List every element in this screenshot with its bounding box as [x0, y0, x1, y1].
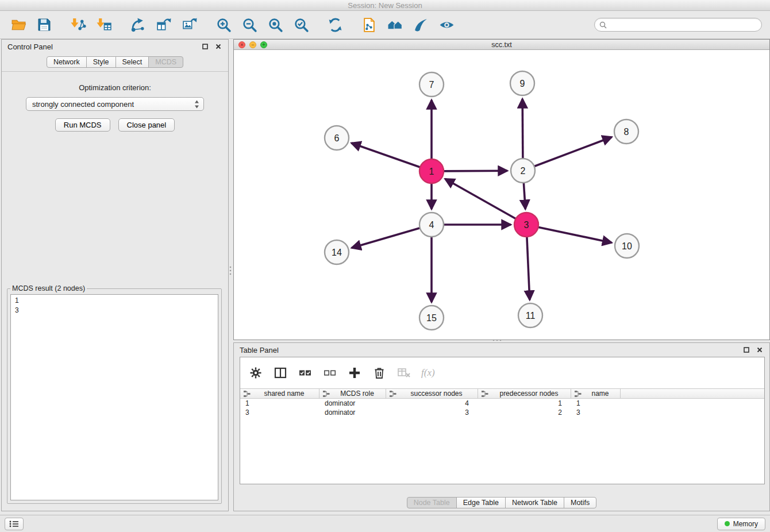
refresh-view-button[interactable]: [325, 14, 345, 35]
memory-label: Memory: [733, 520, 758, 528]
zoom-out-button[interactable]: [239, 14, 260, 35]
export-image-button[interactable]: [179, 14, 200, 35]
toolbar-group-view: [359, 14, 457, 35]
save-session-button[interactable]: [34, 14, 55, 35]
table-settings-button[interactable]: [248, 365, 263, 380]
edge-3-10[interactable]: [537, 227, 612, 243]
graph-node-4[interactable]: 4: [419, 213, 444, 237]
overview-home-button[interactable]: [384, 14, 405, 35]
tab-motifs[interactable]: Motifs: [564, 497, 596, 508]
tab-node-table[interactable]: Node Table: [407, 497, 457, 508]
optimization-criterion-select[interactable]: strongly connected component: [26, 97, 204, 111]
table-row[interactable]: 3dominator323: [240, 408, 764, 417]
graph-node-6[interactable]: 6: [325, 126, 349, 150]
panel-selector-button[interactable]: [5, 518, 24, 530]
delete-table-icon: [397, 367, 411, 379]
deselect-all-button[interactable]: [322, 365, 337, 380]
graph-node-7[interactable]: 7: [419, 72, 444, 97]
graph-node-9[interactable]: 9: [510, 71, 534, 95]
mcds-result-list[interactable]: 13: [10, 294, 218, 500]
graph-node-3[interactable]: 3: [514, 213, 538, 237]
selected-criterion-value: strongly connected component: [32, 100, 194, 109]
edge-1-6[interactable]: [352, 143, 422, 168]
delete-table-button[interactable]: [396, 365, 411, 380]
show-columns-button[interactable]: [273, 365, 288, 380]
import-network-from-file-button[interactable]: [68, 14, 88, 35]
edge-4-14[interactable]: [352, 228, 421, 248]
column-header-shared-name[interactable]: shared name: [240, 389, 319, 398]
show-hide-details-button[interactable]: [436, 14, 457, 35]
edge-2-3[interactable]: [523, 182, 525, 209]
column-tree-icon: [244, 391, 251, 397]
apply-style-button[interactable]: [410, 14, 431, 35]
tab-style[interactable]: Style: [86, 56, 116, 68]
tab-edge-table[interactable]: Edge Table: [456, 497, 506, 508]
graph-node-15[interactable]: 15: [419, 306, 444, 330]
close-table-panel-button[interactable]: [756, 346, 764, 354]
open-session-button[interactable]: [8, 14, 29, 35]
network-file-button[interactable]: [359, 14, 379, 35]
close-icon: [757, 347, 763, 353]
add-row-button[interactable]: [347, 365, 362, 380]
right-column: scc.txt 7968124314101511 Table Panel: [233, 39, 770, 511]
column-header-predecessor-nodes[interactable]: predecessor nodes: [478, 389, 571, 398]
delete-rows-button[interactable]: [372, 365, 387, 380]
tab-network-table[interactable]: Network Table: [505, 497, 564, 508]
tab-select[interactable]: Select: [116, 56, 149, 68]
main-toolbar: [0, 11, 770, 39]
column-header-MCDS-role[interactable]: MCDS role: [319, 389, 386, 398]
memory-button[interactable]: Memory: [717, 518, 765, 530]
zoom-in-button[interactable]: [213, 14, 234, 35]
column-header-successor-nodes[interactable]: successor nodes: [386, 389, 478, 398]
maximize-window-button[interactable]: [260, 41, 267, 48]
zoom-selected-button[interactable]: [291, 14, 311, 35]
toolbar-group-import: [68, 14, 114, 35]
table-panel-body: f(x) shared nameMCDS rolesuccessor nodes…: [240, 357, 765, 484]
network-canvas[interactable]: 7968124314101511: [234, 50, 769, 339]
edge-2-9[interactable]: [522, 99, 523, 160]
close-mcds-panel-button[interactable]: Close panel: [118, 118, 175, 132]
graph-node-14[interactable]: 14: [325, 240, 349, 264]
close-window-button[interactable]: [238, 41, 245, 48]
search-box[interactable]: [594, 18, 762, 32]
gear-icon: [249, 367, 262, 379]
minimize-window-button[interactable]: [249, 41, 256, 48]
close-panel-button[interactable]: [214, 43, 222, 51]
tab-mcds[interactable]: MCDS: [148, 56, 183, 68]
graph-node-2[interactable]: 2: [511, 159, 535, 183]
function-builder-icon[interactable]: f(x): [421, 367, 435, 379]
edge-3-11[interactable]: [527, 236, 530, 300]
edge-1-2[interactable]: [442, 171, 507, 171]
export-network-button[interactable]: [128, 14, 148, 35]
svg-text:7: 7: [429, 80, 434, 90]
graph-node-10[interactable]: 10: [615, 234, 639, 258]
run-mcds-button[interactable]: Run MCDS: [55, 118, 110, 132]
panel-splitter-horizontal[interactable]: [492, 338, 502, 342]
float-table-panel-button[interactable]: [742, 346, 750, 354]
export-table-button[interactable]: [153, 14, 174, 35]
edge-3-1[interactable]: [445, 179, 517, 219]
search-input[interactable]: [610, 21, 757, 29]
zoom-selected-icon: [294, 17, 309, 33]
column-header-name[interactable]: name: [571, 389, 621, 398]
graph-node-8[interactable]: 8: [614, 119, 638, 144]
table-panel-header: Table Panel: [234, 343, 769, 357]
splitter-grip-icon: [229, 266, 232, 275]
zoom-fit-button[interactable]: [265, 14, 286, 35]
graph-node-1[interactable]: 1: [419, 159, 444, 183]
edge-2-8[interactable]: [533, 137, 612, 167]
mcds-result-line: 1: [15, 296, 214, 306]
column-header-label: successor nodes: [399, 390, 474, 398]
tab-network[interactable]: Network: [47, 56, 87, 68]
svg-text:4: 4: [429, 220, 434, 230]
column-tree-icon: [390, 391, 396, 397]
column-header-label: MCDS role: [332, 390, 382, 398]
float-panel-button[interactable]: [201, 43, 209, 51]
mcds-result-line: 3: [15, 306, 214, 315]
panel-splitter-vertical[interactable]: [228, 265, 233, 276]
search-icon: [599, 21, 607, 29]
graph-node-11[interactable]: 11: [518, 303, 542, 327]
import-table-from-file-button[interactable]: [94, 14, 114, 35]
select-all-button[interactable]: [298, 365, 313, 380]
table-row[interactable]: 1dominator411: [240, 399, 764, 408]
